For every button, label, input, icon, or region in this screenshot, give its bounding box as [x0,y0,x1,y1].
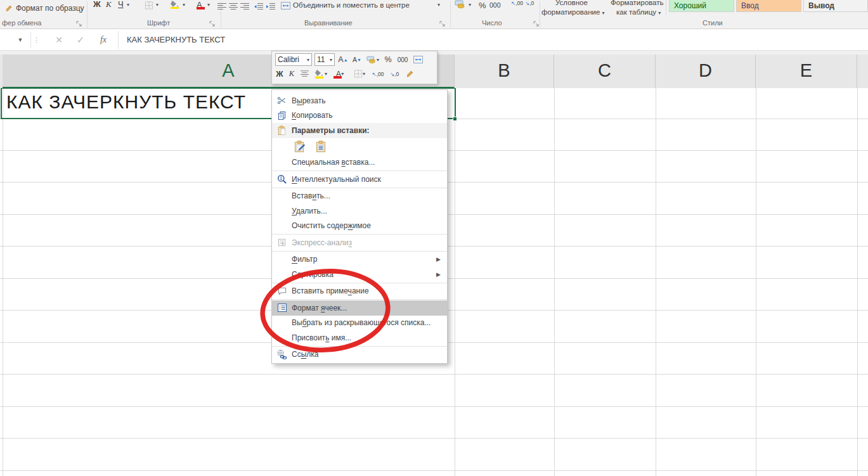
merge-center-icon[interactable] [281,1,290,12]
gridline [857,88,858,476]
menu-item-link[interactable]: Ссылка [272,347,447,363]
menu-item-фильтр[interactable]: Фильтр▶ [272,252,447,267]
gridline [554,88,555,476]
percent-style-icon[interactable]: % [383,55,393,64]
conditional-formatting-button[interactable]: Условное [555,0,588,6]
link-icon [272,349,292,359]
menu-separator [272,170,447,171]
gridline [0,406,868,407]
underline-dropdown-icon[interactable]: ▾ [127,2,129,8]
menu-item-quick-analysis[interactable]: Экспресс-анализ [272,235,447,250]
align-left-icon[interactable] [217,1,226,13]
font-color-icon[interactable]: А [197,0,202,10]
decrease-decimal-icon[interactable]: ↘,0 [388,71,401,77]
menu-item-comment[interactable]: Вставить примечание [272,284,447,299]
number-format-icon[interactable]: ▾ [365,56,380,64]
cell-style-chip[interactable]: Вывод [803,0,868,12]
percent-style-button[interactable]: % [479,1,486,10]
enter-icon[interactable]: ✓ [72,29,89,51]
menu-item-label: Выбрать из раскрывающегося списка... [292,318,431,327]
conditional-formatting-button-line2[interactable]: форматирование ▾ [541,8,605,16]
clipboard-dialog-launcher-icon[interactable] [76,18,82,25]
font-color-dropdown-icon[interactable]: ▾ [207,2,210,8]
decrease-indent-icon[interactable] [254,1,263,13]
format-as-table-button-line2[interactable]: как таблицу ▾ [616,8,661,16]
format-painter-button[interactable]: Формат по образцу [16,4,84,13]
number-dialog-launcher-icon[interactable] [533,18,540,25]
menu-item-label: Вставить... [292,191,330,200]
borders-dropdown-icon[interactable]: ▾ [156,2,159,8]
comment-icon [272,286,292,296]
alignment-dialog-launcher-icon[interactable] [439,18,446,25]
shrink-font-icon[interactable]: A▼ [351,56,363,63]
gridline [756,88,756,476]
menu-separator [272,283,447,283]
font-name-combo[interactable]: Calibri▾ [275,53,312,66]
menu-item-выбрать-из-раскрывающегося-списка-[interactable]: Выбрать из раскрывающегося списка... [272,316,447,331]
fill-color-icon[interactable]: ▾ [313,69,328,79]
increase-decimal-icon[interactable]: ↖,00 [372,71,384,77]
mini-toolbar: Calibri▾ 11▾ A▲ A▼ ▾ % 000 Ж К ▾ А▾ [271,51,437,84]
column-header-e[interactable]: E [756,55,857,88]
increase-indent-icon[interactable] [266,1,275,13]
bold-icon[interactable]: Ж [275,70,284,79]
paste-values-icon[interactable] [313,139,329,155]
menu-item-label: Интеллектуальный поиск [292,175,381,184]
center-align-icon[interactable] [299,70,309,77]
menu-item-copy[interactable]: Копировать [272,108,447,124]
menu-item-присвоить-имя-[interactable]: Присвоить имя... [272,330,447,345]
increase-decimal-button[interactable]: ↖,00 [511,0,523,6]
align-center-icon[interactable] [229,1,238,13]
font-dialog-launcher-icon[interactable] [209,18,216,25]
menu-item-scissors[interactable]: Вырезать [272,93,447,108]
cell-style-chip[interactable]: Ввод [736,0,801,12]
menu-item-label: Вставить примечание [292,286,369,295]
paste-keep-formatting-icon[interactable] [292,139,308,155]
underline-button[interactable]: Ч [118,0,124,9]
merge-center-dropdown-icon[interactable]: ▾ [437,2,440,8]
comma-style-icon[interactable]: 000 [396,56,410,63]
cell-style-chip[interactable]: Хороший [669,0,734,12]
menu-item-вставить-[interactable]: Вставить... [272,189,447,204]
insert-function-icon[interactable]: fx [95,29,112,51]
menu-item-удалить-[interactable]: Удалить... [272,203,447,219]
borders-icon[interactable] [145,1,153,12]
formula-input[interactable]: КАК ЗАЧЕРКНУТЬ ТЕКСТ [127,29,507,51]
fill-color-dropdown-icon[interactable]: ▾ [183,2,185,8]
name-box-dropdown-icon[interactable]: ▼ [15,29,25,51]
context-menu: ВырезатьКопироватьПараметры вставки:Спец… [271,89,448,364]
column-header-d[interactable]: D [656,55,756,88]
column-header-c[interactable]: C [554,55,656,88]
borders-icon[interactable]: ▾ [351,70,368,78]
italic-button[interactable]: К [106,0,112,9]
cancel-icon[interactable]: ✕ [51,29,67,51]
grow-font-icon[interactable]: A▲ [337,55,349,64]
format-as-table-button[interactable]: Форматировать [611,0,663,6]
font-color-icon[interactable]: А▾ [332,70,347,79]
gridline [0,470,868,471]
menu-separator [272,234,447,235]
font-size-combo[interactable]: 11▾ [314,53,335,66]
merge-center-icon[interactable] [412,56,424,63]
decrease-decimal-button[interactable]: ↘,0 [525,0,534,6]
comma-style-button[interactable]: 000 [489,1,501,9]
merge-center-button[interactable]: Объединить и поместить в центре [293,1,410,9]
menu-item-format-cells[interactable]: Формат ячеек... [272,300,447,316]
format-painter-icon[interactable] [405,70,416,79]
number-format-dropdown-icon[interactable]: ▾ [469,2,471,8]
copy-icon [272,111,292,120]
formula-bar-drag-handle[interactable]: ⋮ [33,29,39,51]
align-right-icon[interactable] [240,1,249,13]
menu-item-специальная-вставка-[interactable]: Специальная вставка... [272,155,447,170]
menu-item-сортировка[interactable]: Сортировка▶ [272,267,447,282]
gridline [455,88,455,476]
fill-color-icon[interactable] [170,0,180,11]
italic-icon[interactable]: К [288,69,295,79]
bold-button[interactable]: Ж [93,0,101,9]
menu-item-очистить-содержимое[interactable]: Очистить содержимое [272,219,447,234]
number-format-icon[interactable] [455,0,466,11]
fill-handle[interactable] [453,117,457,121]
font-group-label: Шрифт [147,19,170,27]
column-header-b[interactable]: B [455,55,554,88]
menu-item-smart-lookup[interactable]: Интеллектуальный поиск [272,172,447,187]
